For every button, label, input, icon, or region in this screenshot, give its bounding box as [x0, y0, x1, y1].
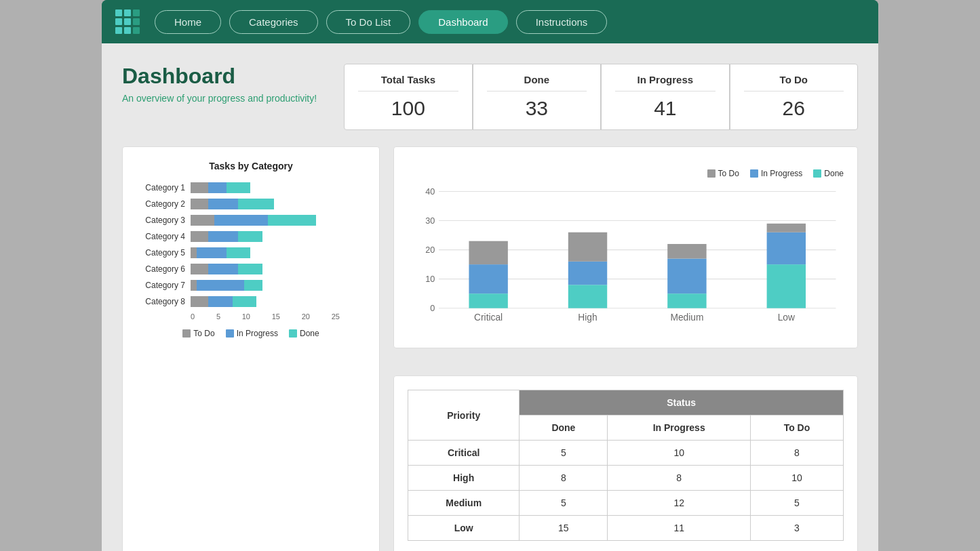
- todo-cell: 3: [750, 516, 843, 541]
- nav-home[interactable]: Home: [155, 10, 221, 34]
- hbar-row: Category 1: [136, 182, 366, 193]
- hbar-seg-done: [227, 247, 250, 258]
- stat-label-2: In Progress: [615, 74, 715, 91]
- table-row: Medium 5 12 5: [408, 491, 844, 516]
- hbar-label: Category 2: [136, 199, 191, 209]
- stat-label-0: Total Tasks: [358, 74, 458, 91]
- hbar-seg-done: [238, 199, 274, 209]
- main-content: Dashboard An overview of your progress a…: [102, 43, 878, 551]
- done-cell: 5: [520, 441, 608, 466]
- legend-done: Done: [289, 329, 319, 338]
- vbar-chart-card: To Do In Progress Done 010203040Critical…: [393, 146, 858, 348]
- todo-cell: 5: [750, 491, 843, 516]
- hbar-track: [191, 182, 366, 193]
- hbar-row: Category 5: [136, 247, 366, 258]
- hbar-chart-card: Tasks by Category Category 1Category 2Ca…: [122, 146, 380, 551]
- stat-card-3: To Do26: [730, 64, 858, 130]
- logo-sq8: [124, 27, 131, 34]
- hbar-track: [191, 231, 366, 242]
- stat-value-2: 41: [615, 97, 715, 120]
- vbar-seg-done: [469, 293, 507, 308]
- priority-cell: High: [408, 466, 520, 491]
- vbar-xlabel: Low: [778, 312, 795, 323]
- todo-col-header: To Do: [750, 415, 843, 441]
- right-panel: To Do In Progress Done 010203040Critical…: [393, 146, 858, 551]
- table-row: Low 15 11 3: [408, 516, 844, 541]
- inprogress-cell: 8: [608, 466, 751, 491]
- done-cell: 5: [520, 491, 608, 516]
- svg-text:20: 20: [425, 245, 435, 255]
- pivot-table: Priority Status Done In Progress To Do C…: [408, 390, 844, 541]
- hbar-seg-inprogress: [208, 182, 226, 193]
- hbar-axis-label: 5: [216, 312, 220, 321]
- hbar-row: Category 3: [136, 215, 366, 226]
- nav-instructions[interactable]: Instructions: [516, 10, 608, 34]
- inprogress-col-header: In Progress: [608, 415, 751, 441]
- hbar-row: Category 7: [136, 280, 366, 291]
- vbar-legend-todo-dot: [707, 169, 716, 178]
- stat-label-3: To Do: [744, 74, 844, 91]
- vbar-legend-todo-label: To Do: [718, 169, 739, 178]
- hbar-seg-inprogress: [197, 280, 244, 291]
- nav-dashboard[interactable]: Dashboard: [418, 10, 507, 34]
- hbar-axis-label: 15: [272, 312, 280, 321]
- vbar-seg-inprogress: [568, 262, 607, 285]
- stat-value-1: 33: [487, 97, 587, 120]
- hbar-track: [191, 199, 366, 209]
- hbar-row: Category 4: [136, 231, 366, 242]
- nav-todolist[interactable]: To Do List: [326, 10, 411, 34]
- hbar-seg-done: [238, 264, 262, 274]
- legend-inprogress: In Progress: [226, 329, 278, 338]
- hbar-seg-todo: [191, 231, 208, 242]
- hbar-chart: Category 1Category 2Category 3Category 4…: [136, 182, 366, 321]
- hbar-seg-inprogress: [208, 231, 238, 242]
- hbar-row: Category 2: [136, 199, 366, 209]
- hbar-seg-todo: [191, 296, 208, 307]
- vbar-seg-inprogress: [667, 259, 706, 294]
- stat-label-1: Done: [487, 74, 587, 91]
- nav-categories[interactable]: Categories: [229, 10, 318, 34]
- hbar-seg-todo: [191, 199, 208, 209]
- logo-sq4: [115, 18, 122, 25]
- vbar-legend-inprogress-dot: [750, 169, 758, 178]
- hbar-seg-todo: [191, 264, 208, 274]
- todo-cell: 10: [750, 466, 843, 491]
- vbar-seg-todo: [667, 244, 706, 259]
- vbar-legend-inprogress-label: In Progress: [761, 169, 802, 178]
- hbar-track: [191, 264, 366, 274]
- logo: [115, 9, 140, 34]
- hbar-track: [191, 247, 366, 258]
- logo-sq1: [115, 9, 122, 16]
- app-container: Home Categories To Do List Dashboard Ins…: [102, 0, 878, 551]
- hbar-seg-todo: [191, 182, 208, 193]
- vbar-seg-todo: [469, 241, 507, 264]
- hbar-legend: To Do In Progress Done: [136, 329, 366, 338]
- priority-cell: Medium: [408, 491, 520, 516]
- vbar-legend-todo: To Do: [707, 169, 739, 178]
- legend-done-dot: [289, 329, 297, 338]
- logo-sq7: [115, 27, 122, 34]
- vbar-seg-inprogress: [767, 232, 806, 264]
- vbar-seg-done: [767, 264, 806, 308]
- status-header: Status: [520, 390, 844, 415]
- logo-sq6: [133, 18, 140, 25]
- hbar-seg-inprogress: [208, 264, 238, 274]
- hbar-seg-todo: [191, 280, 197, 291]
- pivot-table-card: Priority Status Done In Progress To Do C…: [393, 375, 858, 551]
- vbar-container: 010203040CriticalHighMediumLow: [408, 184, 844, 334]
- svg-text:0: 0: [430, 304, 435, 313]
- hbar-row: Category 6: [136, 264, 366, 274]
- vbar-seg-done: [667, 293, 706, 308]
- stat-value-0: 100: [358, 97, 458, 120]
- hbar-seg-done: [244, 280, 262, 291]
- svg-text:10: 10: [425, 274, 435, 284]
- vbar-legend-done-label: Done: [824, 169, 844, 178]
- hbar-seg-done: [233, 296, 256, 307]
- inprogress-cell: 10: [608, 441, 751, 466]
- hbar-seg-inprogress: [208, 199, 238, 209]
- vbar-seg-done: [568, 285, 607, 308]
- legend-inprogress-dot: [226, 329, 234, 338]
- logo-sq9: [133, 27, 140, 34]
- nav-bar: Home Categories To Do List Dashboard Ins…: [102, 0, 878, 43]
- inprogress-cell: 11: [608, 516, 751, 541]
